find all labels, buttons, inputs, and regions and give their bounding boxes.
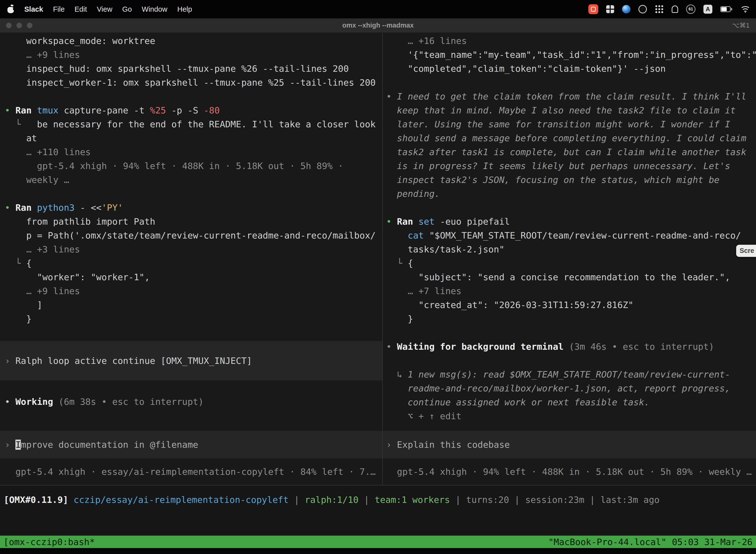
wifi-icon[interactable] bbox=[740, 5, 751, 13]
text-segment: session:23m bbox=[525, 495, 584, 505]
text-segment: | bbox=[584, 495, 601, 505]
screen-recording-icon[interactable] bbox=[588, 4, 598, 14]
text-segment: { bbox=[408, 258, 413, 268]
pane-left[interactable]: workspace_mode: worktree … +9 lines insp… bbox=[0, 33, 382, 485]
terminal-content: workspace_mode: worktree … +9 lines insp… bbox=[0, 33, 756, 554]
menu-bar: Slack File Edit View Go Window Help 61 A bbox=[0, 0, 756, 18]
menu-item-window[interactable]: Window bbox=[142, 5, 168, 13]
text-segment: task2 after task1 is complete, but can I… bbox=[386, 147, 746, 157]
text-segment: -80 bbox=[204, 105, 220, 115]
prompt-suggestion-left[interactable]: › Improve documentation in @filename bbox=[0, 431, 382, 458]
menu-item-help[interactable]: Help bbox=[177, 5, 192, 13]
text-segment: workspace_mode: worktree bbox=[5, 36, 155, 46]
text-segment: • bbox=[5, 397, 15, 407]
text-segment: cczip/essay/ai-reimplementation-copyleft bbox=[74, 495, 289, 505]
terminal-line: "subject": "send a concise recommendatio… bbox=[383, 270, 756, 284]
minimize-button[interactable] bbox=[16, 22, 22, 28]
terminal-line: p = Path('.omx/state/team/review-current… bbox=[0, 229, 382, 242]
text-segment: -t bbox=[134, 105, 150, 115]
terminal-line bbox=[383, 76, 756, 90]
terminal-line: should send a message before completing … bbox=[383, 131, 756, 145]
text-segment: 1 new msg(s): read $OMX_TEAM_STATE_ROOT/… bbox=[408, 369, 730, 380]
terminal-line bbox=[0, 187, 382, 201]
desktop: Slack File Edit View Go Window Help 61 A bbox=[0, 0, 756, 554]
text-segment: "worker": "worker-1", bbox=[5, 272, 150, 282]
ghost-app-icon[interactable] bbox=[672, 5, 678, 13]
text-segment: p = Path('.omx/state/team/review-current… bbox=[5, 230, 376, 240]
terminal-line: ] bbox=[0, 298, 382, 312]
prompt-suggestion-right[interactable]: › Explain this codebase bbox=[383, 431, 756, 458]
menu-item-go[interactable]: Go bbox=[122, 5, 132, 13]
pane-right[interactable]: … +16 lines '{"team_name":"my-team","tas… bbox=[383, 33, 756, 485]
menu-item-edit[interactable]: Edit bbox=[75, 5, 87, 13]
text-segment: › bbox=[5, 356, 15, 366]
terminal-line: … +9 lines bbox=[0, 48, 382, 62]
text-segment: be necessary for the end of the README. … bbox=[21, 119, 376, 129]
terminal-line: } bbox=[383, 312, 756, 326]
terminal-line: at bbox=[0, 131, 382, 145]
text-segment: • bbox=[386, 216, 397, 227]
terminal-line: └ { bbox=[383, 257, 756, 270]
traffic-lights bbox=[6, 18, 33, 33]
injected-prompt-line[interactable]: › Ralph loop active continue [OMX_TMUX_I… bbox=[0, 341, 382, 381]
input-source-icon[interactable]: A bbox=[703, 5, 712, 14]
window-grid-icon[interactable] bbox=[606, 5, 614, 13]
terminal-line: gpt-5.4 xhigh · 94% left · 488K in · 5.1… bbox=[383, 465, 756, 479]
text-segment: team:1 workers bbox=[375, 495, 450, 505]
text-segment: … +3 lines bbox=[5, 244, 80, 255]
text-segment: ralph:1/10 bbox=[305, 495, 359, 505]
terminal-line: • Ran python3 - <<'PY' bbox=[0, 201, 382, 215]
text-segment: Working bbox=[15, 397, 53, 407]
tmux-status-bar: [omx-cczip0:bash* "MacBook-Pro-44.local"… bbox=[0, 536, 756, 548]
text-segment: set bbox=[419, 216, 440, 227]
terminal-line: inspect_worker-1: omx sparkshell --tmux-… bbox=[0, 76, 382, 90]
model-status-left: gpt-5.4 xhigh · essay/ai-reimplementatio… bbox=[0, 465, 382, 479]
terminal-line: } bbox=[0, 312, 382, 326]
window-title: omx --xhigh --madmax bbox=[0, 21, 756, 29]
text-segment: (6m 38s • esc to interrupt) bbox=[53, 397, 204, 407]
text-segment: Ran bbox=[15, 105, 37, 115]
close-button[interactable] bbox=[6, 22, 12, 28]
terminal-line: "worker": "worker-1", bbox=[0, 270, 382, 284]
text-segment: inspect_hud: omx sparkshell --tmux-pane … bbox=[5, 63, 349, 74]
text-segment: inspect task2's JSON, focusing on the st… bbox=[386, 175, 719, 185]
text-segment: Ralph loop active continue [OMX_TMUX_INJ… bbox=[15, 356, 252, 366]
text-segment: ] bbox=[5, 300, 43, 310]
text-segment: is in progress? It seems likely but perh… bbox=[386, 161, 730, 171]
terminal-line: inspect_hud: omx sparkshell --tmux-pane … bbox=[0, 62, 382, 76]
text-segment: … +7 lines bbox=[386, 286, 461, 296]
text-segment: -euo pipefail bbox=[440, 216, 510, 227]
battery-icon[interactable] bbox=[720, 6, 732, 12]
menu-item-file[interactable]: File bbox=[53, 5, 65, 13]
terminal-line: inspect task2's JSON, focusing on the st… bbox=[383, 173, 756, 187]
menu-bar-left: Slack File Edit View Go Window Help bbox=[7, 5, 192, 13]
terminal-line: • I need to get the claim token from the… bbox=[383, 90, 756, 104]
text-segment: { bbox=[26, 258, 32, 268]
dots-grid-icon[interactable] bbox=[655, 5, 664, 14]
terminal-line: … +9 lines bbox=[0, 284, 382, 298]
text-segment: Ran bbox=[397, 216, 419, 227]
text-segment: later. Using the same for transition mig… bbox=[386, 119, 730, 129]
apple-menu-icon[interactable] bbox=[7, 5, 14, 13]
text-segment: └ bbox=[5, 119, 21, 129]
terminal-line: gpt-5.4 xhigh · essay/ai-reimplementatio… bbox=[0, 465, 382, 479]
dark-app-icon[interactable] bbox=[638, 5, 647, 13]
text-segment: ↳ bbox=[386, 369, 408, 380]
terminal-line: continue assigned work or next feasible … bbox=[383, 395, 756, 409]
terminal-line: "created_at": "2026-03-31T11:59:27.816Z" bbox=[383, 298, 756, 312]
text-segment: should send a message before completing … bbox=[386, 133, 746, 143]
text-segment: gpt-5.4 xhigh · 94% left · 488K in · 5.1… bbox=[5, 161, 343, 171]
menu-item-view[interactable]: View bbox=[97, 5, 112, 13]
text-segment: continue assigned work or next feasible … bbox=[386, 397, 649, 407]
blue-app-icon[interactable] bbox=[622, 5, 630, 13]
window-title-bar[interactable]: omx --xhigh --madmax ⌥⌘1 bbox=[0, 18, 756, 33]
zoom-button[interactable] bbox=[27, 22, 33, 28]
screen-capture-flag[interactable]: Scre bbox=[736, 245, 756, 257]
battery-gauge-icon[interactable]: 61 bbox=[686, 4, 695, 14]
active-app-menu[interactable]: Slack bbox=[24, 5, 43, 13]
text-segment: keep that in mind. Maybe I also need the… bbox=[386, 105, 736, 115]
text-segment: mprove documentation in @filename bbox=[21, 440, 198, 450]
text-segment: I need to get the claim token from the c… bbox=[397, 91, 746, 102]
terminal-line: … +3 lines bbox=[0, 242, 382, 257]
text-segment: '{"team_name":"my-team","task_id":"1","f… bbox=[386, 50, 756, 60]
